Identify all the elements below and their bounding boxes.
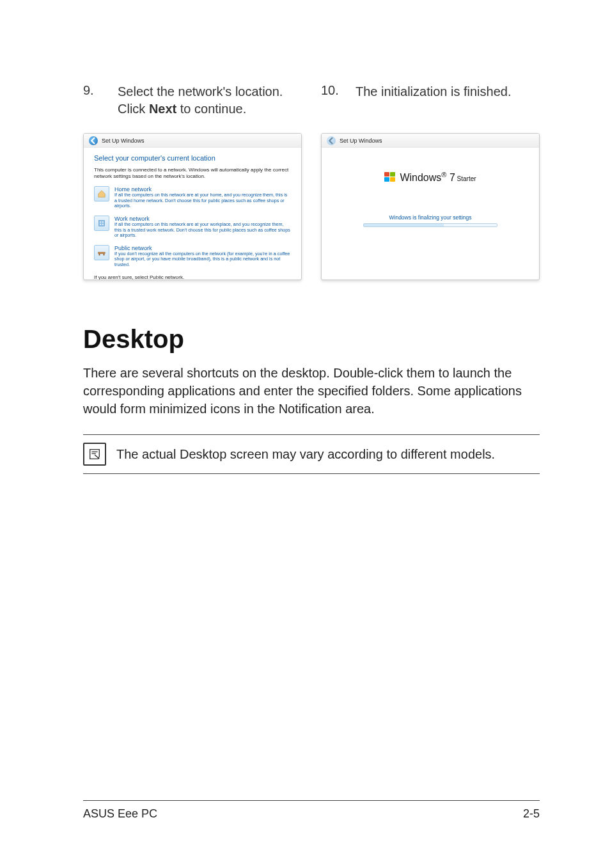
option-desc: If you don't recognize all the computers… — [114, 251, 291, 268]
footer-right: 2-5 — [523, 807, 540, 821]
brand-b: 7 — [450, 172, 455, 183]
steps-row: 9. Select the network's location. Click … — [83, 83, 540, 118]
window-titlebar: Set Up Windows — [322, 134, 539, 148]
window-titlebar: Set Up Windows — [84, 134, 301, 148]
step-text-b: to continue. — [176, 102, 246, 116]
bench-icon — [94, 245, 109, 260]
windows-flag-icon — [384, 172, 396, 182]
page-footer: ASUS Eee PC 2-5 — [83, 800, 540, 821]
window-title: Set Up Windows — [102, 138, 145, 144]
option-desc: If all the computers on this network are… — [114, 193, 291, 209]
step-number: 10. — [321, 83, 356, 118]
dialog-heading: Select your computer's current location — [94, 154, 291, 162]
step-10: 10. The initialization is finished. — [321, 83, 540, 118]
progress-bar — [363, 223, 497, 227]
screenshot-network-location: Set Up Windows Select your computer's cu… — [83, 133, 302, 280]
footer-left: ASUS Eee PC — [83, 807, 157, 821]
svg-rect-3 — [100, 224, 101, 225]
step-text: Select the network's location. Click Nex… — [118, 83, 302, 118]
svg-rect-4 — [102, 224, 104, 225]
svg-rect-1 — [100, 221, 101, 223]
screenshots-row: Set Up Windows Select your computer's cu… — [83, 133, 540, 280]
dialog-body: Select your computer's current location … — [84, 148, 301, 280]
home-icon — [94, 186, 109, 201]
option-work-network[interactable]: Work network If all the computers on thi… — [94, 216, 291, 239]
step-number: 9. — [83, 83, 118, 118]
back-icon — [327, 136, 336, 145]
option-text: Home network If all the computers on thi… — [114, 186, 291, 209]
windows-brand-text: Windows® 7 Starter — [400, 171, 476, 184]
option-desc: If all the computers on this network are… — [114, 222, 291, 239]
step-9: 9. Select the network's location. Click … — [83, 83, 302, 118]
note-text: The actual Desktop screen may vary accor… — [116, 445, 495, 463]
dialog-note: This computer is connected to a network.… — [94, 167, 291, 180]
section-paragraph: There are several shortcuts on the deskt… — [83, 364, 540, 418]
option-text: Work network If all the computers on thi… — [114, 216, 291, 239]
note-callout: The actual Desktop screen may vary accor… — [83, 434, 540, 474]
option-public-network[interactable]: Public network If you don't recognize al… — [94, 245, 291, 268]
brand-c: Starter — [455, 175, 476, 182]
svg-rect-2 — [102, 221, 104, 223]
status-text: Windows is finalizing your settings — [322, 214, 539, 221]
window-title: Set Up Windows — [340, 138, 382, 144]
step-text: The initialization is finished. — [356, 83, 511, 118]
svg-rect-6 — [99, 254, 100, 256]
screenshot-finalizing: Set Up Windows Windows® 7 Starter Window… — [321, 133, 540, 280]
back-icon — [89, 136, 98, 145]
office-icon — [94, 216, 109, 231]
option-text: Public network If you don't recognize al… — [114, 245, 291, 268]
option-home-network[interactable]: Home network If all the computers on thi… — [94, 186, 291, 209]
note-icon — [83, 443, 106, 466]
brand-a: Windows — [400, 172, 441, 183]
page-content: 9. Select the network's location. Click … — [0, 0, 610, 474]
windows-logo: Windows® 7 Starter — [384, 171, 476, 184]
dialog-body: Windows® 7 Starter Windows is finalizing… — [322, 148, 539, 227]
dialog-footer-note: If you aren't sure, select Public networ… — [94, 274, 291, 280]
svg-rect-0 — [99, 221, 105, 226]
section-heading: Desktop — [83, 325, 540, 354]
svg-rect-5 — [98, 252, 106, 254]
step-bold: Next — [149, 102, 176, 116]
svg-rect-7 — [104, 254, 105, 256]
